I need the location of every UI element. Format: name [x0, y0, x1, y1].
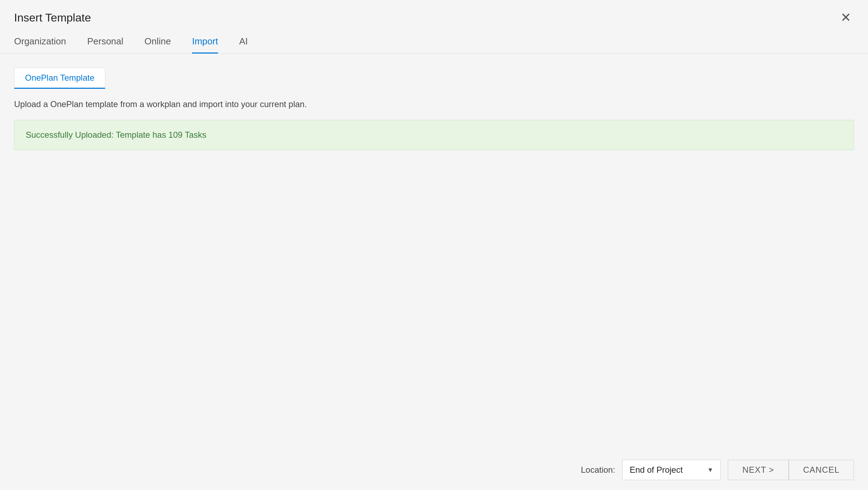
dialog-title: Insert Template: [14, 11, 91, 24]
location-value: End of Project: [630, 465, 683, 475]
tab-organization[interactable]: Organization: [14, 36, 66, 54]
success-message: Successfully Uploaded: Template has 109 …: [26, 130, 206, 139]
main-tabs: Organization Personal Online Import AI: [0, 29, 868, 54]
dialog-header: Insert Template ✕: [0, 0, 868, 25]
sub-tab-oneplan-template[interactable]: OnePlan Template: [14, 68, 105, 89]
tab-import[interactable]: Import: [192, 36, 218, 54]
sub-tabs: OnePlan Template: [14, 68, 854, 89]
dialog-body: OnePlan Template Upload a OnePlan templa…: [0, 54, 868, 450]
insert-template-dialog: Insert Template ✕ Organization Personal …: [0, 0, 868, 490]
success-banner: Successfully Uploaded: Template has 109 …: [14, 120, 854, 150]
tab-ai[interactable]: AI: [239, 36, 248, 54]
tab-personal[interactable]: Personal: [87, 36, 123, 54]
description-text: Upload a OnePlan template from a workpla…: [14, 99, 854, 109]
dialog-footer: Location: End of Project ▼ NEXT > CANCEL: [0, 450, 868, 490]
cancel-button[interactable]: CANCEL: [789, 460, 854, 480]
next-button[interactable]: NEXT >: [728, 460, 788, 480]
location-dropdown[interactable]: End of Project ▼: [622, 460, 721, 480]
close-button[interactable]: ✕: [838, 10, 854, 25]
location-label: Location:: [581, 465, 615, 475]
tab-online[interactable]: Online: [144, 36, 171, 54]
dropdown-arrow-icon: ▼: [707, 466, 714, 474]
